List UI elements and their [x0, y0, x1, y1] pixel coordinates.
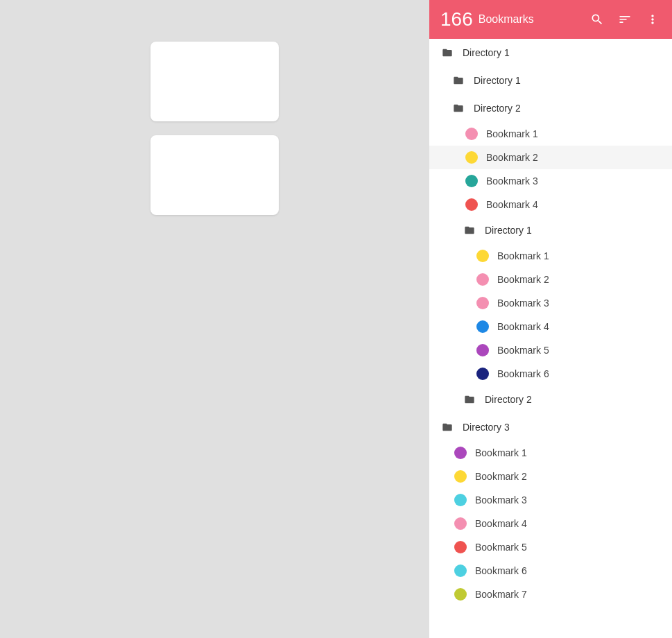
bookmark-item[interactable]: Bookmark 2	[429, 465, 672, 488]
directory-label: Directory 1	[463, 47, 510, 58]
bookmark-item[interactable]: Bookmark 1	[429, 441, 672, 465]
bookmark-label: Bookmark 4	[497, 321, 549, 332]
bookmark-dot	[476, 250, 489, 262]
bookmark-label: Bookmark 6	[497, 368, 549, 379]
card-2	[150, 135, 279, 215]
bookmark-item[interactable]: Bookmark 7	[429, 583, 672, 606]
right-panel: 166 Bookmarks	[429, 0, 672, 638]
bookmark-item[interactable]: Bookmark 6	[429, 559, 672, 583]
bookmark-dot	[476, 368, 489, 380]
bookmark-label: Bookmark 1	[486, 128, 538, 139]
left-panel	[0, 0, 429, 638]
bookmark-item[interactable]: Bookmark 3	[429, 488, 672, 512]
bookmark-dot	[454, 564, 467, 577]
directory-label: Directory 2	[474, 103, 521, 114]
bookmark-dot	[465, 198, 478, 211]
bookmark-dot	[476, 344, 489, 356]
bookmark-item[interactable]: Bookmark 4	[429, 193, 672, 216]
header-icons	[589, 11, 661, 28]
bookmark-item[interactable]: Bookmark 5	[429, 338, 672, 362]
header-title: Bookmarks	[479, 13, 589, 26]
directory-item[interactable]: Directory 2	[429, 94, 672, 122]
directory-label: Directory 2	[485, 394, 532, 405]
bookmark-item[interactable]: Bookmark 3	[429, 169, 672, 193]
bookmark-item[interactable]: Bookmark 1	[429, 122, 672, 146]
bookmark-label: Bookmark 1	[497, 250, 549, 261]
bookmark-dot	[454, 447, 467, 459]
bookmark-dot	[476, 297, 489, 309]
directory-item[interactable]: Directory 1	[429, 216, 672, 244]
card-1	[150, 42, 279, 121]
bookmark-dot	[454, 541, 467, 553]
bookmark-item[interactable]: Bookmark 1	[429, 244, 672, 268]
filter-icon[interactable]	[617, 11, 633, 28]
bookmark-dot	[454, 470, 467, 483]
directory-item[interactable]: Directory 2	[429, 386, 672, 413]
bookmark-item[interactable]: Bookmark 6	[429, 362, 672, 386]
bookmark-label: Bookmark 3	[497, 298, 549, 309]
bookmark-dot	[465, 151, 478, 164]
bookmark-item[interactable]: Bookmark 4	[429, 512, 672, 535]
bookmark-item[interactable]: Bookmark 2	[429, 268, 672, 291]
directory-item[interactable]: Directory 3	[429, 413, 672, 441]
folder-icon	[440, 46, 454, 60]
bookmark-dot	[454, 517, 467, 530]
bookmark-dot	[476, 273, 489, 286]
bookmark-label: Bookmark 7	[475, 589, 527, 600]
folder-icon	[463, 223, 476, 237]
folder-icon	[451, 101, 465, 115]
directory-item[interactable]: Directory 1	[429, 39, 672, 67]
folder-icon	[463, 393, 476, 406]
bookmark-label: Bookmark 5	[475, 542, 527, 553]
bookmark-item[interactable]: Bookmark 2	[429, 146, 672, 169]
bookmark-item[interactable]: Bookmark 3	[429, 291, 672, 315]
header: 166 Bookmarks	[429, 0, 672, 39]
bookmark-dot	[454, 494, 467, 506]
folder-icon	[440, 420, 454, 434]
bookmark-count: 166	[440, 8, 473, 31]
bookmark-label: Bookmark 5	[497, 345, 549, 356]
bookmark-label: Bookmark 6	[475, 565, 527, 576]
bookmark-label: Bookmark 2	[486, 152, 538, 163]
bookmark-label: Bookmark 3	[486, 175, 538, 187]
bookmark-label: Bookmark 2	[497, 274, 549, 285]
bookmark-label: Bookmark 2	[475, 471, 527, 482]
bookmark-label: Bookmark 1	[475, 447, 527, 458]
bookmark-label: Bookmark 4	[486, 199, 538, 210]
more-icon[interactable]	[644, 11, 661, 28]
search-icon[interactable]	[589, 11, 605, 28]
bookmark-dot	[465, 175, 478, 187]
bookmark-item[interactable]: Bookmark 5	[429, 535, 672, 559]
bookmark-dot	[454, 588, 467, 601]
bookmark-list: Directory 1 Directory 1 Directory 2 Book…	[429, 39, 672, 638]
directory-item[interactable]: Directory 1	[429, 67, 672, 94]
bookmark-dot	[476, 320, 489, 333]
folder-icon	[451, 74, 465, 87]
directory-label: Directory 1	[474, 75, 521, 86]
bookmark-label: Bookmark 3	[475, 494, 527, 506]
bookmark-label: Bookmark 4	[475, 518, 527, 529]
bookmark-item[interactable]: Bookmark 4	[429, 315, 672, 338]
directory-label: Directory 1	[485, 225, 532, 236]
directory-label: Directory 3	[463, 422, 510, 433]
bookmark-dot	[465, 128, 478, 140]
